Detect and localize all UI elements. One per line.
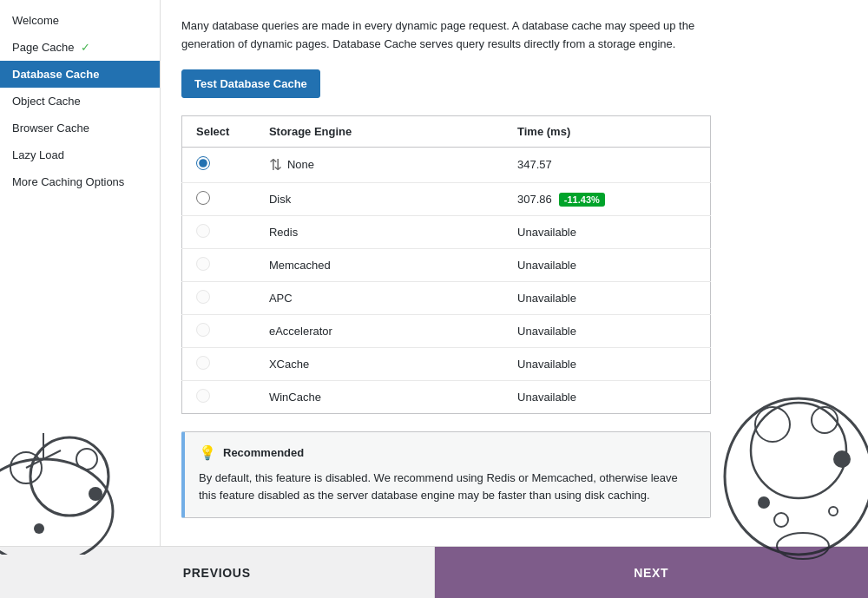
- table-row: ⇅None347.57: [182, 147, 711, 182]
- time-value: 347.57: [517, 158, 552, 171]
- sidebar-item-lazy-load[interactable]: Lazy Load: [0, 141, 160, 168]
- radio-memcached: [196, 257, 210, 271]
- svg-point-13: [833, 450, 851, 468]
- select-cell: [182, 248, 255, 281]
- radio-xcache: [196, 356, 210, 370]
- time-value: Unavailable: [517, 358, 576, 371]
- recommended-header: 💡 Recommended: [199, 444, 696, 461]
- engine-label: eAccelerator: [269, 325, 332, 338]
- radio-disk[interactable]: [196, 191, 210, 205]
- time-cell: Unavailable: [503, 215, 710, 248]
- table-body: ⇅None347.57Disk307.86-11.43%RedisUnavail…: [182, 147, 711, 413]
- table-row: WinCacheUnavailable: [182, 380, 711, 413]
- time-value: Unavailable: [517, 292, 576, 305]
- select-cell: [182, 147, 255, 182]
- engine-cell: Disk: [255, 182, 503, 215]
- engine-label: Memcached: [269, 259, 331, 272]
- engine-with-icon: ⇅None: [269, 155, 490, 174]
- time-cell: 347.57: [503, 147, 710, 182]
- radio-redis: [196, 224, 210, 238]
- select-cell: [182, 347, 255, 380]
- time-cell: Unavailable: [503, 314, 710, 347]
- time-cell: Unavailable: [503, 281, 710, 314]
- blob-right-decoration: [712, 372, 868, 563]
- col-engine: Storage Engine: [255, 115, 503, 147]
- sidebar-item-database-cache[interactable]: Database Cache: [0, 61, 160, 88]
- radio-wincache: [196, 389, 210, 403]
- engine-label: None: [287, 158, 314, 171]
- time-value: Unavailable: [517, 226, 576, 239]
- table-row: Disk307.86-11.43%: [182, 182, 711, 215]
- time-cell: 307.86-11.43%: [503, 182, 710, 215]
- checkmark-icon: ✓: [78, 41, 91, 54]
- engine-label: APC: [269, 292, 293, 305]
- description-text: Many database queries are made in every …: [181, 17, 702, 54]
- time-cell: Unavailable: [503, 248, 710, 281]
- table-header-row: Select Storage Engine Time (ms): [182, 115, 711, 147]
- engine-label: XCache: [269, 358, 309, 371]
- sidebar-item-page-cache[interactable]: Page Cache ✓: [0, 34, 160, 61]
- col-time: Time (ms): [503, 115, 710, 147]
- select-cell: [182, 182, 255, 215]
- svg-point-10: [751, 403, 846, 498]
- svg-point-3: [76, 449, 97, 470]
- main-container: WelcomePage Cache ✓Database CacheObject …: [0, 0, 868, 598]
- sidebar-item-more-caching[interactable]: More Caching Options: [0, 168, 160, 195]
- table-row: XCacheUnavailable: [182, 347, 711, 380]
- bulb-icon: 💡: [199, 444, 216, 461]
- radio-none[interactable]: [196, 156, 210, 170]
- sidebar-item-browser-cache[interactable]: Browser Cache: [0, 115, 160, 141]
- time-value: Unavailable: [517, 391, 576, 404]
- radio-eaccelerator: [196, 323, 210, 337]
- engine-cell: Memcached: [255, 248, 503, 281]
- engine-cell: ⇅None: [255, 147, 503, 182]
- table-row: MemcachedUnavailable: [182, 248, 711, 281]
- select-cell: [182, 314, 255, 347]
- sidebar-item-object-cache[interactable]: Object Cache: [0, 88, 160, 115]
- svg-point-16: [774, 513, 788, 527]
- test-database-cache-button[interactable]: Test Database Cache: [181, 69, 320, 98]
- time-cell: Unavailable: [503, 347, 710, 380]
- table-row: APCUnavailable: [182, 281, 711, 314]
- svg-point-9: [725, 398, 868, 555]
- svg-line-8: [43, 450, 61, 459]
- time-value: Unavailable: [517, 325, 576, 338]
- recommended-box: 💡 Recommended By default, this feature i…: [181, 431, 711, 519]
- svg-point-4: [89, 487, 102, 501]
- svg-point-14: [758, 496, 770, 509]
- table-row: eAcceleratorUnavailable: [182, 314, 711, 347]
- engine-label: Redis: [269, 226, 298, 239]
- time-cell: Unavailable: [503, 380, 710, 413]
- svg-point-15: [829, 507, 838, 516]
- sort-icon: ⇅: [269, 155, 282, 174]
- select-cell: [182, 215, 255, 248]
- performance-badge: -11.43%: [559, 193, 605, 207]
- engine-cell: XCache: [255, 347, 503, 380]
- engine-cell: eAccelerator: [255, 314, 503, 347]
- svg-point-11: [755, 407, 790, 442]
- cache-table: Select Storage Engine Time (ms) ⇅None347…: [181, 115, 711, 414]
- time-value: Unavailable: [517, 259, 576, 272]
- engine-cell: Redis: [255, 215, 503, 248]
- engine-cell: APC: [255, 281, 503, 314]
- col-select: Select: [182, 115, 255, 147]
- engine-cell: WinCache: [255, 380, 503, 413]
- select-cell: [182, 380, 255, 413]
- table-row: RedisUnavailable: [182, 215, 711, 248]
- select-cell: [182, 281, 255, 314]
- time-value: 307.86: [517, 193, 552, 206]
- engine-label: WinCache: [269, 391, 321, 404]
- radio-apc: [196, 290, 210, 304]
- svg-point-5: [34, 523, 44, 534]
- sidebar-item-welcome[interactable]: Welcome: [0, 7, 160, 34]
- recommended-title: Recommended: [223, 446, 304, 459]
- engine-label: Disk: [269, 193, 291, 206]
- blob-left-decoration: [0, 416, 139, 555]
- recommended-text: By default, this feature is disabled. We…: [199, 470, 696, 506]
